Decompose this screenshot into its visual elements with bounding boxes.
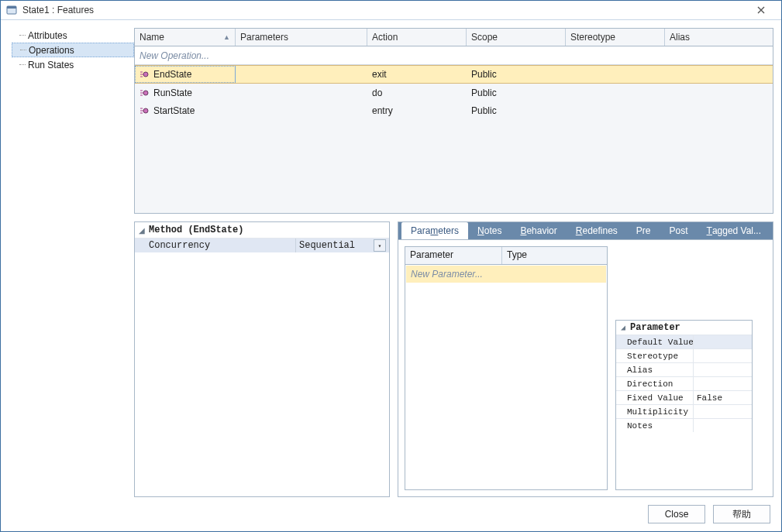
tab-redefines[interactable]: Redefines xyxy=(567,222,627,239)
nav-item-operations[interactable]: Operations xyxy=(12,43,134,57)
close-button[interactable]: Close xyxy=(648,505,705,523)
method-prop-concurrency[interactable]: ConcurrencySequential▾ xyxy=(135,238,389,252)
nav-item-run-states[interactable]: Run States xyxy=(12,57,134,72)
col-action[interactable]: Action xyxy=(367,29,467,46)
method-properties-panel: ◢ Method (EndState) ConcurrencySequentia… xyxy=(134,221,390,497)
titlebar: State1 : Features xyxy=(1,1,781,20)
parameter-properties-grid[interactable]: ◢ Parameter Default ValueStereotypeAlias… xyxy=(615,320,753,490)
tab-parameters-content: Parameter Type New Parameter... ◢ xyxy=(398,240,773,496)
svg-point-4 xyxy=(143,108,148,113)
param-prop-multiplicity[interactable]: Multiplicity xyxy=(616,404,752,418)
grid-header: Name ▲ Parameters Action Scope Stereotyp… xyxy=(135,29,773,46)
param-col-type[interactable]: Type xyxy=(502,247,607,264)
tab-post[interactable]: Post xyxy=(660,222,698,239)
svg-point-2 xyxy=(143,72,148,77)
param-prop-stereotype[interactable]: Stereotype xyxy=(616,348,752,362)
parameters-table[interactable]: Parameter Type New Parameter... xyxy=(405,246,608,490)
param-prop-fixed-value[interactable]: Fixed ValueFalse xyxy=(616,390,752,404)
param-prop-default-value[interactable]: Default Value xyxy=(616,335,752,348)
tab-behavior[interactable]: Behavior xyxy=(511,222,566,239)
col-alias[interactable]: Alias xyxy=(665,29,773,46)
operation-icon xyxy=(140,88,150,98)
sort-icon: ▲ xyxy=(223,33,230,41)
col-name[interactable]: Name ▲ xyxy=(135,29,236,46)
col-stereotype[interactable]: Stereotype xyxy=(566,29,665,46)
dialog-footer: Close 帮助 xyxy=(1,497,781,531)
tab-pre[interactable]: Pre xyxy=(627,222,660,239)
new-parameter-row[interactable]: New Parameter... xyxy=(406,266,606,283)
detail-panel: ParametersNotesBehaviorRedefinesPrePostT… xyxy=(398,221,773,497)
dropdown-icon[interactable]: ▾ xyxy=(374,239,386,252)
operation-icon xyxy=(140,70,150,79)
method-group-header[interactable]: ◢ Method (EndState) xyxy=(135,222,389,238)
param-prop-alias[interactable]: Alias xyxy=(616,362,752,376)
nav-tree: AttributesOperationsRun States xyxy=(1,28,134,497)
help-button[interactable]: 帮助 xyxy=(713,505,770,523)
app-icon xyxy=(5,4,18,16)
tab-tagged-val-[interactable]: Tagged Val... xyxy=(698,222,771,239)
svg-point-3 xyxy=(143,91,148,95)
tab-notes[interactable]: Notes xyxy=(468,222,511,239)
features-dialog: State1 : Features AttributesOperationsRu… xyxy=(0,0,782,532)
tab-parameters[interactable]: Parameters xyxy=(401,222,468,239)
new-operation-row[interactable]: New Operation... xyxy=(135,46,773,65)
operation-row[interactable]: EndStateexitPublic xyxy=(135,65,773,84)
tab-bar: ParametersNotesBehaviorRedefinesPrePostT… xyxy=(398,222,773,240)
close-icon[interactable] xyxy=(746,1,777,19)
operation-row[interactable]: RunStatedoPublic xyxy=(135,84,773,101)
chevron-down-icon: ◢ xyxy=(138,226,146,235)
operations-grid[interactable]: Name ▲ Parameters Action Scope Stereotyp… xyxy=(134,28,773,214)
col-scope[interactable]: Scope xyxy=(467,29,566,46)
operation-icon xyxy=(140,106,150,115)
svg-rect-1 xyxy=(7,6,16,9)
nav-item-attributes[interactable]: Attributes xyxy=(12,28,134,43)
operation-row[interactable]: StartStateentryPublic xyxy=(135,101,773,119)
col-parameters[interactable]: Parameters xyxy=(236,29,367,46)
param-group-header: ◢ Parameter xyxy=(616,321,752,335)
param-col-name[interactable]: Parameter xyxy=(405,247,502,264)
param-prop-notes[interactable]: Notes xyxy=(616,418,752,432)
chevron-down-icon: ◢ xyxy=(619,323,627,332)
param-prop-direction[interactable]: Direction xyxy=(616,376,752,390)
window-title: State1 : Features xyxy=(22,5,746,15)
